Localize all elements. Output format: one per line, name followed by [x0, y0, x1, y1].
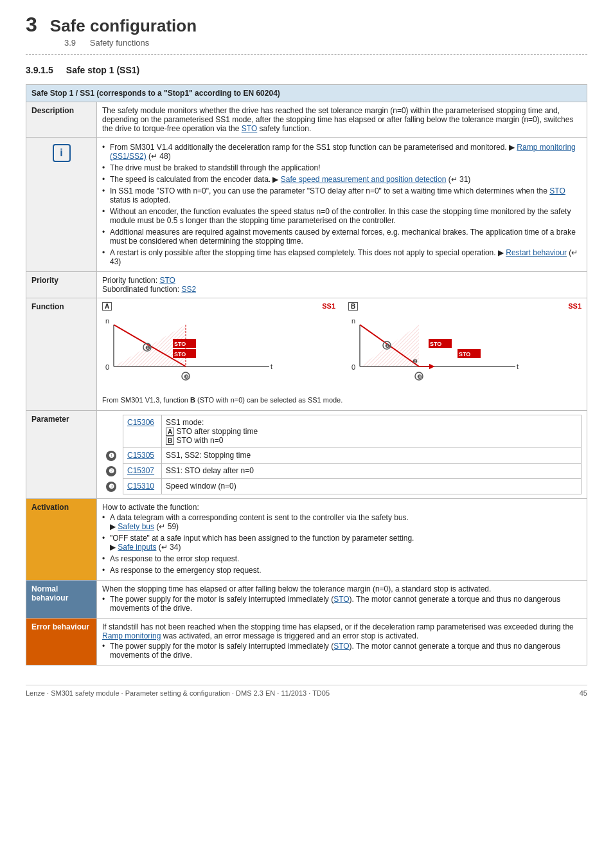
param-row-1: C15306 SS1 mode: A STO after stopping ti…: [102, 415, 582, 448]
info-bullet-1: From SM301 V1.4 additionally the deceler…: [102, 141, 582, 162]
label-a-small: A: [166, 428, 174, 436]
info-row: i From SM301 V1.4 additionally the decel…: [26, 138, 587, 272]
svg-text:STO: STO: [459, 351, 470, 357]
svg-text:❶: ❶: [145, 345, 150, 351]
priority-row: Priority Priority function: STO Subordin…: [26, 272, 587, 298]
function-content: A SS1 n t 0: [97, 298, 587, 411]
svg-text:t: t: [517, 363, 519, 370]
priority-content: Priority function: STO Subordinated func…: [97, 272, 587, 298]
activation-bullet-4: As response to the emergency stop reques…: [102, 565, 582, 576]
param-code-2[interactable]: C15305: [123, 448, 162, 464]
footer-left: Lenze · SM301 safety module · Parameter …: [26, 689, 330, 697]
diagram-b-svg: n t 0 ❷ S: [348, 312, 528, 389]
label-b: B: [348, 302, 358, 311]
error-behaviour-row: Error behaviour If standstill has not be…: [26, 619, 587, 665]
sto-priority-link[interactable]: STO: [159, 276, 175, 285]
function-diagram: A SS1 n t 0: [102, 302, 582, 406]
ss1-label-a: SS1: [322, 302, 335, 311]
label-b-small: B: [166, 437, 174, 445]
diagram-a: A SS1 n t 0: [102, 302, 335, 391]
param-bullet-4: ❸: [102, 479, 123, 494]
activation-row: Activation How to activate the function:…: [26, 499, 587, 581]
svg-text:t: t: [271, 363, 272, 370]
sub-section-number: 3.9: [64, 38, 76, 48]
bullet-2: ❷: [106, 466, 116, 476]
info-bullets: From SM301 V1.4 additionally the deceler…: [102, 141, 582, 267]
diagram-a-svg: n t 0 STO: [102, 312, 282, 389]
activation-bullet-1: A data telegram with a corresponding con…: [102, 512, 582, 532]
sto-link-desc[interactable]: STO: [242, 124, 257, 133]
footer-right: 45: [580, 689, 587, 697]
svg-text:❸: ❸: [417, 374, 422, 380]
diagrams-container: A SS1 n t 0: [102, 302, 582, 391]
param-row-3: ❷ C15307 SS1: STO delay after n=0: [102, 464, 582, 479]
footer: Lenze · SM301 safety module · Parameter …: [26, 685, 587, 697]
section-divider: [26, 54, 587, 55]
error-behaviour-bullet-1: The power supply for the motor is safely…: [102, 640, 582, 661]
info-bullet-6: Additional measures are required against…: [102, 226, 582, 247]
section-title: Safe stop 1 (SS1): [66, 65, 139, 75]
svg-text:❸: ❸: [184, 374, 189, 380]
param-table: C15306 SS1 mode: A STO after stopping ti…: [102, 415, 582, 494]
chapter-number: 3: [26, 13, 37, 37]
error-behaviour-content: If standstill has not been reached when …: [97, 619, 587, 665]
function-row: Function A SS1 n: [26, 298, 587, 411]
banner-text: Safe Stop 1 / SS1 (corresponds to a "Sto…: [26, 85, 587, 102]
param-code-4[interactable]: C15310: [123, 479, 162, 494]
ss1-label-b: SS1: [568, 302, 582, 311]
normal-behaviour-content: When the stopping time has elapsed or af…: [97, 581, 587, 619]
svg-text:n: n: [351, 317, 355, 325]
param-code-3[interactable]: C15307: [123, 464, 162, 479]
parameter-header: Parameter: [26, 411, 97, 499]
svg-text:STO: STO: [430, 341, 441, 347]
activation-bullet-2: "OFF state" at a safe input which has be…: [102, 532, 582, 553]
svg-text:0: 0: [351, 363, 355, 371]
description-text: The safety module monitors whether the d…: [102, 106, 573, 133]
param-bullet-3: ❷: [102, 464, 123, 479]
safe-speed-link[interactable]: Safe speed measurement and position dete…: [281, 175, 447, 184]
normal-behaviour-bullets: The power supply for the motor is safely…: [102, 593, 582, 614]
error-behaviour-bullets: The power supply for the motor is safely…: [102, 640, 582, 661]
normal-behaviour-row: Normalbehaviour When the stopping time h…: [26, 581, 587, 619]
function-header: Function: [26, 298, 97, 411]
param-desc-1: SS1 mode: A STO after stopping time B ST…: [162, 415, 582, 448]
error-behaviour-header: Error behaviour: [26, 619, 97, 665]
param-row-2: ❶ C15305 SS1, SS2: Stopping time: [102, 448, 582, 464]
param-desc-4: Speed window (n=0): [162, 479, 582, 494]
ss2-link[interactable]: SS2: [181, 285, 196, 294]
sub-heading: 3.9 Safety functions: [64, 38, 587, 48]
info-bullet-3: The speed is calculated from the encoder…: [102, 174, 582, 185]
bullet-1: ❶: [106, 451, 116, 461]
sub-section-title: Safety functions: [90, 38, 150, 48]
description-row: Description The safety module monitors w…: [26, 102, 587, 138]
sto-link-info[interactable]: STO: [549, 186, 565, 195]
chapter-header: 3 Safe configuration: [26, 13, 587, 37]
svg-text:❶: ❶: [385, 343, 390, 349]
parameter-row: Parameter C15306 SS1 mode: A STO after s…: [26, 411, 587, 499]
parameter-content: C15306 SS1 mode: A STO after stopping ti…: [97, 411, 587, 499]
param-desc-3: SS1: STO delay after n=0: [162, 464, 582, 479]
param-desc-2: SS1, SS2: Stopping time: [162, 448, 582, 464]
svg-text:0: 0: [105, 363, 109, 371]
info-bullet-2: The drive must be braked to standstill t…: [102, 162, 582, 174]
info-content: From SM301 V1.4 additionally the deceler…: [97, 138, 587, 272]
restart-behaviour-link[interactable]: Restart behaviour: [506, 248, 567, 257]
info-icon: i: [53, 144, 71, 162]
info-bullet-4: In SS1 mode "STO with n=0", you can use …: [102, 185, 582, 206]
info-bullet-7: A restart is only possible after the sto…: [102, 247, 582, 267]
ramp-monitoring-link[interactable]: Ramp monitoring (SS1/SS2): [110, 143, 576, 161]
ramp-monitoring-link-error[interactable]: Ramp monitoring: [102, 631, 161, 640]
safe-inputs-link[interactable]: Safe inputs: [118, 543, 156, 552]
description-content: The safety module monitors whether the d…: [97, 102, 587, 138]
priority-header: Priority: [26, 272, 97, 298]
chapter-title: Safe configuration: [50, 16, 197, 36]
safety-bus-link[interactable]: Safety bus: [118, 522, 154, 531]
function-caption: From SM301 V1.3, function B (STO with n=…: [102, 396, 582, 404]
section-number: 3.9.1.5: [26, 65, 53, 75]
param-bullet-1: [102, 415, 123, 448]
sto-link-error[interactable]: STO: [333, 642, 349, 651]
sto-link-normal[interactable]: STO: [333, 595, 349, 604]
activation-bullets: A data telegram with a corresponding con…: [102, 512, 582, 576]
param-code-1[interactable]: C15306: [123, 415, 162, 448]
svg-text:n: n: [105, 317, 109, 325]
